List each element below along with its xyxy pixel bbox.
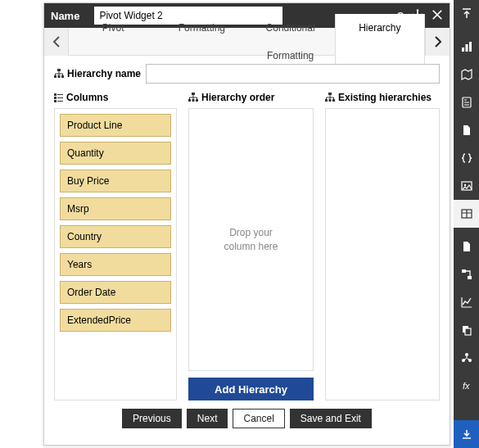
hierarchy-order-panel: Hierarchy order Drop yourcolumn here Add… [188, 92, 314, 400]
tab-bar: PivotFormattingConditional FormattingHie… [44, 28, 450, 56]
page-icon[interactable] [454, 233, 479, 260]
svg-rect-18 [462, 48, 464, 52]
chart-bar-icon[interactable] [454, 33, 479, 61]
dialog-body: Hierarchy name Columns Product LineQuant… [44, 56, 450, 445]
column-item[interactable]: Quantity [60, 142, 171, 165]
braces-icon[interactable] [454, 144, 479, 172]
column-item[interactable]: Years [60, 253, 171, 276]
svg-rect-15 [325, 99, 328, 102]
column-item[interactable]: Product Line [60, 114, 171, 137]
svg-rect-2 [58, 75, 61, 78]
table-grid-icon[interactable] [454, 200, 479, 228]
svg-rect-3 [61, 75, 64, 78]
side-toolbar: fx [454, 0, 479, 448]
document-icon[interactable] [454, 116, 479, 144]
svg-rect-7 [57, 97, 63, 98]
region-map-icon[interactable] [454, 61, 479, 88]
columns-header: Columns [54, 92, 177, 103]
svg-rect-9 [57, 101, 63, 102]
columns-list: Product LineQuantityBuy PriceMsrpCountry… [54, 108, 177, 400]
columns-panel: Columns Product LineQuantityBuy PriceMsr… [54, 92, 177, 400]
column-item[interactable]: Msrp [60, 197, 171, 220]
column-item[interactable]: ExtendedPrice [60, 309, 171, 332]
hierarchy-icon [54, 69, 64, 79]
svg-rect-12 [192, 99, 195, 102]
svg-rect-17 [332, 99, 335, 102]
flow-icon[interactable] [454, 260, 479, 288]
close-icon[interactable] [432, 9, 443, 23]
cluster-icon[interactable] [454, 344, 479, 372]
svg-rect-13 [196, 99, 198, 102]
cancel-button[interactable]: Cancel [233, 409, 284, 428]
formula-icon[interactable]: fx [454, 372, 479, 400]
svg-rect-1 [54, 75, 56, 78]
svg-rect-20 [469, 42, 472, 52]
svg-rect-8 [54, 100, 56, 102]
existing-header: Existing hierarchies [325, 92, 440, 103]
save-and-exit-button[interactable]: Save and Exit [290, 409, 372, 428]
download-icon[interactable] [454, 420, 479, 448]
existing-hierarchies-list [325, 108, 440, 400]
existing-hierarchies-panel: Existing hierarchies [325, 92, 440, 400]
column-item[interactable]: Country [60, 225, 171, 248]
svg-rect-11 [188, 99, 191, 102]
hierarchy-name-label: Hierarchy name [54, 68, 141, 79]
copy-icon[interactable] [454, 316, 479, 344]
svg-rect-28 [465, 328, 471, 335]
chart-line-icon[interactable] [454, 288, 479, 316]
column-item[interactable]: Buy Price [60, 170, 171, 192]
order-header: Hierarchy order [188, 92, 314, 103]
hierarchy-icon [188, 93, 198, 102]
svg-rect-5 [57, 94, 63, 95]
svg-point-29 [465, 353, 468, 356]
svg-rect-0 [57, 69, 61, 71]
svg-rect-6 [54, 97, 56, 99]
svg-rect-16 [329, 99, 332, 102]
hierarchy-name-input[interactable] [146, 64, 440, 84]
image-icon[interactable] [454, 172, 479, 200]
svg-rect-4 [54, 93, 56, 96]
svg-rect-14 [328, 93, 332, 95]
svg-rect-25 [462, 269, 466, 273]
svg-text:fx: fx [463, 381, 470, 391]
svg-point-23 [463, 184, 465, 186]
svg-rect-19 [465, 44, 468, 52]
add-hierarchy-button[interactable]: Add Hierarchy [188, 378, 314, 400]
svg-rect-10 [192, 93, 195, 95]
collapse-up-icon[interactable] [454, 0, 479, 28]
dialog-footer: Previous Next Cancel Save and Exit [54, 400, 440, 438]
drop-hint: Drop yourcolumn here [194, 114, 308, 365]
hierarchy-name-row: Hierarchy name [54, 64, 440, 84]
svg-rect-26 [468, 276, 472, 279]
list-icon [54, 93, 63, 102]
tab-scroll-left[interactable] [44, 28, 69, 56]
hierarchy-icon [325, 93, 335, 102]
next-button[interactable]: Next [187, 409, 228, 428]
column-item[interactable]: Order Date [60, 281, 171, 304]
previous-button[interactable]: Previous [122, 409, 182, 428]
tab-scroll-right[interactable] [425, 28, 450, 56]
widget-settings-dialog: Name ? PivotFormattingConditional Format… [43, 2, 450, 446]
script-icon[interactable] [454, 88, 479, 116]
hierarchy-order-dropzone[interactable]: Drop yourcolumn here [188, 108, 314, 371]
